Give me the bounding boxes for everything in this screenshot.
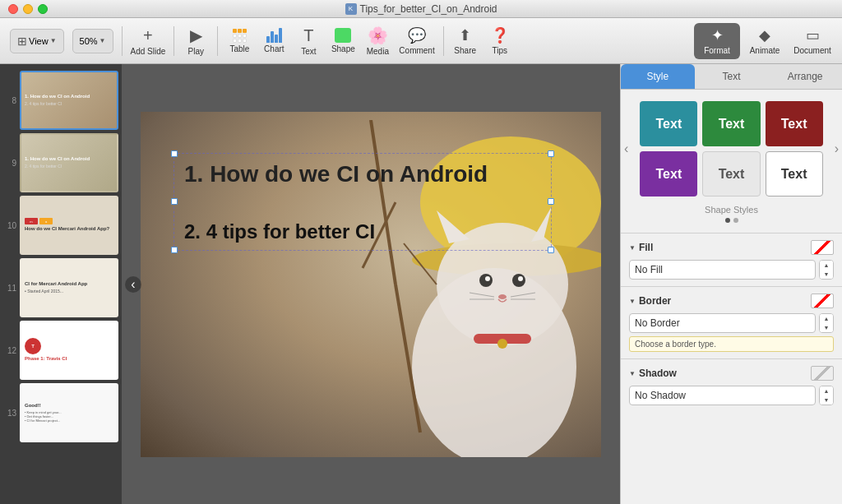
sep4	[443, 26, 444, 56]
shadow-stepper[interactable]: ▲ ▼	[819, 386, 834, 405]
document-label: Document	[793, 46, 831, 55]
slide-item-11[interactable]: 11 CI for Mercari Android App • Started …	[3, 258, 118, 317]
styles-prev-arrow[interactable]: ‹	[621, 141, 632, 156]
styles-nav-row: ‹ Text Text Text	[621, 93, 842, 205]
media-label: Media	[367, 47, 389, 56]
border-select-row: No Border Solid Line Dashed Line ▲ ▼	[629, 313, 834, 333]
style-green[interactable]: Text	[702, 101, 760, 146]
handle-mr[interactable]	[548, 198, 554, 205]
text-button[interactable]: T Text	[292, 23, 325, 59]
comment-button[interactable]: 💬 Comment	[396, 23, 437, 59]
slide-item-13[interactable]: 13 Good!! • Keep in mind get your...• Ge…	[3, 383, 118, 442]
svg-point-16	[497, 339, 507, 349]
media-icon: 🌸	[368, 25, 388, 45]
fill-stepper-up[interactable]: ▲	[820, 261, 833, 270]
fill-header[interactable]: ▼ Fill	[629, 240, 834, 255]
slide-item-9[interactable]: 9 1. How do we CI on Android 2. 4 tips f…	[3, 133, 118, 192]
slide-item-8[interactable]: 8 1. How do we CI on Android 2. 4 tips f…	[3, 71, 118, 130]
style-gray[interactable]: Text	[702, 151, 760, 197]
sep2	[173, 26, 174, 56]
slide-item-10[interactable]: 10 m a How do we CI Mercari Android App?	[3, 196, 118, 255]
shape-button[interactable]: Shape	[326, 23, 359, 59]
slide-thumbnail-8[interactable]: 1. How do we CI on Android 2. 4 tips for…	[20, 71, 118, 130]
view-icon: ⊞	[17, 35, 27, 48]
tips-button[interactable]: ❓ Tips	[483, 23, 516, 59]
chart-button[interactable]: Chart	[257, 23, 290, 59]
slide-thumb-subtitle-8: 2. 4 tips for better CI	[25, 101, 113, 107]
zoom-button[interactable]: 50% ▼	[72, 29, 113, 53]
border-header[interactable]: ▼ Border	[629, 294, 834, 308]
border-stepper-down[interactable]: ▼	[820, 323, 833, 332]
add-slide-button[interactable]: + Add Slide	[127, 23, 169, 59]
animate-button[interactable]: ◆ Animate	[742, 23, 788, 59]
style-teal[interactable]: Text	[640, 101, 697, 146]
fill-select[interactable]: No Fill Color Fill Gradient Fill	[629, 260, 816, 280]
share-button[interactable]: ⬆ Share	[449, 23, 482, 59]
border-select[interactable]: No Border Solid Line Dashed Line	[629, 313, 816, 333]
slide-text-box[interactable]: 1. How do we CI on Android 2. 4 tips for…	[173, 153, 552, 252]
style-red[interactable]: Text	[766, 101, 823, 146]
table-label: Table	[229, 44, 249, 53]
minimize-button[interactable]	[23, 4, 33, 14]
shadow-header[interactable]: ▼ Shadow	[629, 366, 834, 381]
document-button[interactable]: ▭ Document	[789, 23, 835, 59]
play-button[interactable]: ▶ Play	[179, 23, 212, 59]
right-panel: Style Text Arrange ‹ Text	[620, 64, 842, 504]
sep3	[217, 26, 218, 56]
slide-thumb-content-11: CI for Mercari Android App • Started Apr…	[21, 260, 117, 316]
tab-style[interactable]: Style	[621, 64, 695, 89]
shadow-stepper-down[interactable]: ▼	[820, 395, 833, 405]
tab-text[interactable]: Text	[695, 64, 769, 89]
slide-item-12[interactable]: 12 T Phase 1: Travis CI	[3, 321, 118, 380]
handle-bl[interactable]	[171, 247, 178, 253]
slide-subtitle: 2. 4 tips for better CI	[184, 220, 541, 243]
slide-thumbnail-10[interactable]: m a How do we CI Mercari Android App?	[20, 196, 118, 255]
handle-tr[interactable]	[548, 150, 554, 157]
canvas-area[interactable]: ‹	[122, 64, 620, 504]
comment-label: Comment	[399, 46, 434, 55]
media-button[interactable]: 🌸 Media	[361, 23, 394, 59]
canvas-left-arrow[interactable]: ‹	[125, 276, 141, 293]
handle-tl[interactable]	[171, 150, 178, 157]
slide-thumb-content-9: 1. How do we CI on Android 2. 4 tips for…	[21, 135, 117, 191]
slide-thumbnail-9[interactable]: 1. How do we CI on Android 2. 4 tips for…	[20, 133, 118, 192]
border-triangle: ▼	[629, 298, 636, 305]
shadow-stepper-up[interactable]: ▲	[820, 386, 833, 395]
slide-canvas[interactable]: 1. How do we CI on Android 2. 4 tips for…	[141, 112, 601, 457]
border-stepper-up[interactable]: ▲	[820, 314, 833, 323]
view-button[interactable]: ⊞ View ▼	[10, 29, 64, 53]
slide-number-8: 8	[3, 96, 16, 105]
border-color-preview[interactable]	[811, 294, 834, 308]
styles-next-arrow[interactable]: ›	[831, 141, 842, 156]
fill-stepper-down[interactable]: ▼	[820, 270, 833, 279]
style-white[interactable]: Text	[766, 151, 823, 197]
style-teal-label: Text	[656, 117, 682, 132]
handle-ml[interactable]	[171, 198, 178, 205]
fill-stepper[interactable]: ▲ ▼	[819, 260, 834, 280]
close-button[interactable]	[8, 4, 18, 14]
slide-thumbnail-11[interactable]: CI for Mercari Android App • Started Apr…	[20, 258, 118, 317]
text-label: Text	[301, 47, 316, 56]
svg-point-10	[498, 294, 507, 299]
shadow-section: ▼ Shadow No Shadow Drop Shadow Contact S…	[621, 358, 842, 412]
format-button[interactable]: ✦ Format	[694, 23, 740, 59]
style-purple[interactable]: Text	[640, 151, 697, 197]
shadow-title: Shadow	[639, 368, 677, 379]
sep1	[122, 26, 123, 56]
tab-arrange[interactable]: Arrange	[768, 64, 842, 89]
shadow-select[interactable]: No Shadow Drop Shadow Contact Shadow	[629, 386, 816, 405]
style-red-label: Text	[781, 117, 807, 132]
slide-thumbnail-13[interactable]: Good!! • Keep in mind get your...• Get t…	[20, 383, 118, 442]
handle-br[interactable]	[548, 247, 554, 253]
tips-label: Tips	[492, 46, 507, 55]
maximize-button[interactable]	[38, 4, 48, 14]
fill-color-preview[interactable]	[811, 240, 834, 255]
dot-2[interactable]	[733, 218, 738, 223]
dot-1[interactable]	[725, 218, 730, 223]
slide-thumbnail-12[interactable]: T Phase 1: Travis CI	[20, 321, 118, 380]
border-stepper[interactable]: ▲ ▼	[819, 313, 834, 333]
shadow-color-preview[interactable]	[811, 366, 834, 381]
svg-point-9	[518, 276, 523, 281]
border-hint: Choose a border type.	[629, 336, 834, 352]
table-button[interactable]: Table	[223, 23, 256, 59]
